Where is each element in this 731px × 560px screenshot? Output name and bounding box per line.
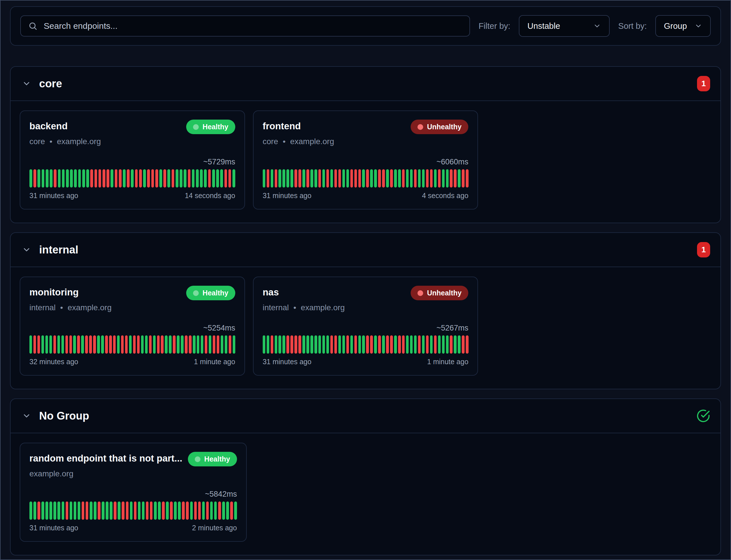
uptime-bar-failure[interactable] [119, 169, 122, 188]
uptime-bar-success[interactable] [458, 335, 460, 354]
uptime-bar-success[interactable] [37, 169, 40, 188]
uptime-bar-success[interactable] [346, 169, 349, 188]
uptime-bar-failure[interactable] [94, 169, 97, 188]
uptime-bar-failure[interactable] [114, 501, 116, 520]
uptime-bar-success[interactable] [41, 335, 44, 354]
uptime-bar-failure[interactable] [271, 335, 273, 354]
uptime-bar-failure[interactable] [105, 335, 108, 354]
uptime-bar-success[interactable] [282, 335, 285, 354]
uptime-bar-failure[interactable] [150, 501, 153, 520]
uptime-bar-failure[interactable] [185, 335, 187, 354]
uptime-bar-failure[interactable] [98, 169, 101, 188]
uptime-bar-success[interactable] [192, 169, 195, 188]
group-header[interactable]: No Group [11, 399, 720, 433]
uptime-bar-failure[interactable] [230, 501, 233, 520]
endpoint-card[interactable]: monitoring Healthy internal • example.or… [20, 277, 245, 376]
uptime-bar-success[interactable] [61, 335, 64, 354]
group-header[interactable]: core 1 [11, 67, 720, 101]
uptime-bar-success[interactable] [302, 335, 305, 354]
uptime-bar-success[interactable] [430, 335, 433, 354]
uptime-bar-failure[interactable] [163, 169, 166, 188]
uptime-bar-success[interactable] [398, 169, 401, 188]
uptime-bar-success[interactable] [86, 169, 89, 188]
uptime-bar-success[interactable] [50, 169, 53, 188]
uptime-bar-failure[interactable] [115, 169, 118, 188]
uptime-bar-success[interactable] [62, 169, 65, 188]
uptime-bar-failure[interactable] [298, 335, 301, 354]
uptime-bar-success[interactable] [176, 169, 178, 188]
uptime-bar-success[interactable] [141, 335, 144, 354]
uptime-bar-success[interactable] [193, 335, 195, 354]
uptime-bar-failure[interactable] [151, 169, 154, 188]
uptime-bar-failure[interactable] [338, 169, 341, 188]
uptime-bar-failure[interactable] [127, 169, 130, 188]
uptime-bar-success[interactable] [330, 169, 333, 188]
uptime-bar-success[interactable] [78, 501, 80, 520]
uptime-bar-failure[interactable] [228, 169, 231, 188]
uptime-bar-success[interactable] [302, 169, 305, 188]
uptime-bar-success[interactable] [123, 169, 126, 188]
endpoint-card[interactable]: random endpoint that is not part... Heal… [20, 443, 247, 542]
uptime-bar-success[interactable] [190, 501, 193, 520]
uptime-bar-failure[interactable] [198, 501, 201, 520]
uptime-bar-success[interactable] [29, 169, 32, 188]
uptime-bar-success[interactable] [142, 501, 145, 520]
uptime-bar-success[interactable] [197, 335, 199, 354]
uptime-bar-success[interactable] [310, 169, 313, 188]
uptime-bar-failure[interactable] [430, 169, 433, 188]
uptime-bar-failure[interactable] [450, 169, 452, 188]
uptime-bar-success[interactable] [46, 169, 49, 188]
uptime-bar-failure[interactable] [275, 169, 277, 188]
uptime-bar-success[interactable] [118, 501, 120, 520]
uptime-bar-success[interactable] [222, 501, 225, 520]
uptime-bar-failure[interactable] [402, 169, 405, 188]
uptime-bar-success[interactable] [110, 501, 112, 520]
uptime-bar-failure[interactable] [85, 335, 88, 354]
uptime-bar-failure[interactable] [434, 335, 437, 354]
uptime-bar-success[interactable] [90, 501, 92, 520]
uptime-bar-success[interactable] [158, 501, 161, 520]
uptime-bar-failure[interactable] [294, 169, 297, 188]
uptime-bar-success[interactable] [446, 169, 449, 188]
uptime-bar-success[interactable] [177, 335, 179, 354]
uptime-bar-failure[interactable] [267, 169, 269, 188]
uptime-bar-success[interactable] [138, 501, 141, 520]
uptime-bar-success[interactable] [174, 501, 177, 520]
uptime-bar-success[interactable] [422, 169, 425, 188]
uptime-bar-success[interactable] [78, 169, 81, 188]
uptime-bar-success[interactable] [418, 169, 421, 188]
uptime-bar-success[interactable] [326, 335, 329, 354]
uptime-bar-success[interactable] [97, 335, 100, 354]
uptime-bar-success[interactable] [394, 335, 397, 354]
search-input[interactable] [44, 21, 462, 31]
uptime-bar-failure[interactable] [438, 169, 441, 188]
uptime-bar-success[interactable] [374, 169, 377, 188]
uptime-bar-success[interactable] [110, 169, 113, 188]
uptime-bar-failure[interactable] [82, 501, 84, 520]
uptime-bar-failure[interactable] [170, 501, 173, 520]
uptime-bar-failure[interactable] [354, 335, 357, 354]
uptime-bar-success[interactable] [196, 169, 199, 188]
uptime-bar-success[interactable] [442, 169, 445, 188]
uptime-bar-success[interactable] [70, 501, 72, 520]
uptime-bar-failure[interactable] [122, 501, 124, 520]
uptime-bar-failure[interactable] [334, 169, 337, 188]
uptime-bar-success[interactable] [342, 169, 345, 188]
uptime-bar-failure[interactable] [157, 335, 160, 354]
uptime-bar-success[interactable] [434, 169, 437, 188]
uptime-bar-success[interactable] [226, 501, 229, 520]
uptime-bar-success[interactable] [49, 501, 52, 520]
uptime-bar-success[interactable] [275, 335, 277, 354]
uptime-bar-failure[interactable] [390, 335, 393, 354]
uptime-bar-success[interactable] [29, 335, 32, 354]
uptime-bar-failure[interactable] [208, 169, 211, 188]
uptime-bar-success[interactable] [394, 169, 397, 188]
uptime-bar-failure[interactable] [33, 169, 36, 188]
uptime-bar-success[interactable] [181, 335, 183, 354]
uptime-bar-success[interactable] [290, 169, 293, 188]
uptime-bar-success[interactable] [73, 335, 76, 354]
uptime-bar-success[interactable] [178, 501, 181, 520]
uptime-bar-failure[interactable] [366, 335, 369, 354]
uptime-bar-success[interactable] [446, 335, 449, 354]
uptime-bar-success[interactable] [322, 335, 325, 354]
